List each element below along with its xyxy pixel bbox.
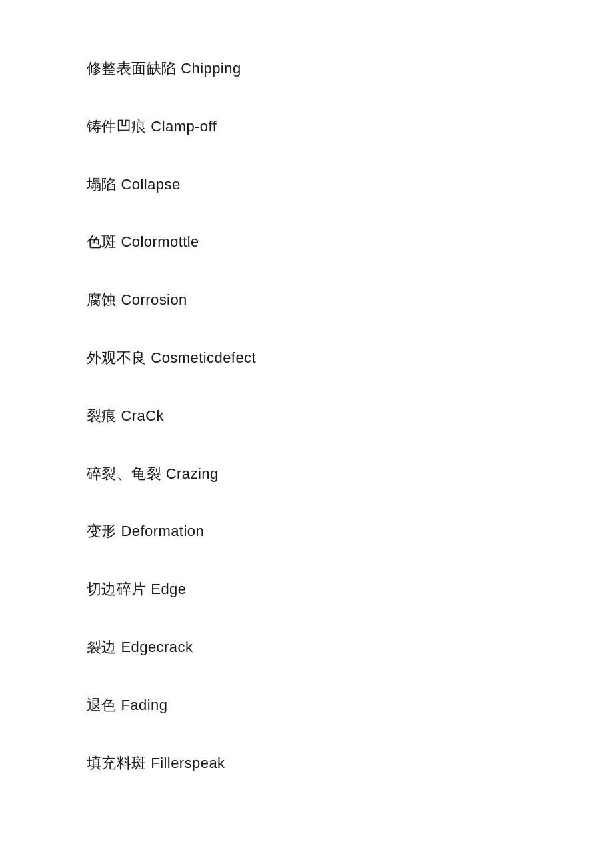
list-item: 填充料斑 Fillerspeak: [87, 735, 613, 793]
list-item: 变形 Deformation: [87, 503, 613, 561]
list-item: 铸件凹痕 Clamp-off: [87, 98, 613, 156]
list-item: 腐蚀 Corrosion: [87, 271, 613, 329]
list-item: 塌陷 Collapse: [87, 156, 613, 214]
list-item: 修整表面缺陷 Chipping: [87, 40, 613, 98]
list-item: 裂边 Edgecrack: [87, 619, 613, 677]
list-item: 色斑 Colormottle: [87, 213, 613, 271]
list-item: 外观不良 Cosmeticdefect: [87, 329, 613, 387]
list-item: 碎裂、龟裂 Crazing: [87, 445, 613, 503]
list-item: 裂痕 CraCk: [87, 387, 613, 445]
list-item: 切边碎片 Edge: [87, 561, 613, 619]
list-item: 退色 Fading: [87, 677, 613, 735]
defect-list: 修整表面缺陷 Chipping铸件凹痕 Clamp-off塌陷 Collapse…: [0, 0, 613, 832]
